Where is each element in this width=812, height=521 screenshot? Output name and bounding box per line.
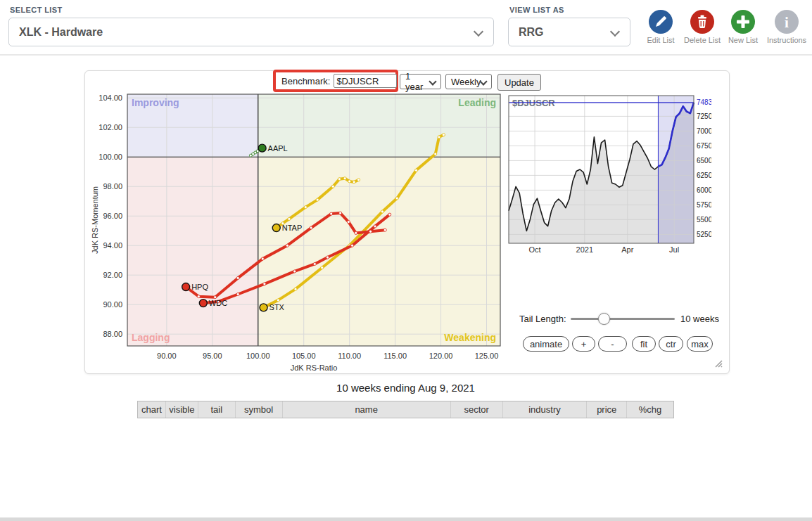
delete-list-button[interactable]: Delete List	[680, 10, 725, 44]
select-list-dropdown[interactable]: XLK - Hardware	[8, 18, 494, 46]
rrg-label-HPQ: HPQ	[191, 283, 208, 291]
resize-handle[interactable]	[713, 359, 723, 368]
svg-text:2021: 2021	[576, 245, 593, 254]
column-header-industry: industry	[503, 401, 588, 418]
svg-text:5250: 5250	[697, 231, 711, 238]
svg-text:6750: 6750	[697, 142, 711, 150]
rrg-dot-NTAP[interactable]	[272, 224, 280, 232]
column-header-visible: visible	[166, 401, 198, 418]
rrg-app: SELECT LIST XLK - Hardware VIEW LIST AS …	[0, 0, 812, 521]
svg-text:90.00: 90.00	[103, 300, 122, 309]
benchmark-label: Benchmark:	[281, 76, 330, 86]
instructions-label: Instructions	[764, 36, 809, 44]
rrg-dot-WDC[interactable]	[199, 300, 207, 307]
svg-text:JdK RS-Ratio: JdK RS-Ratio	[291, 364, 338, 372]
svg-text:120.00: 120.00	[429, 352, 453, 360]
svg-text:92.00: 92.00	[103, 271, 122, 279]
instructions-button[interactable]: i Instructions	[764, 10, 809, 44]
plus-button[interactable]: +	[572, 336, 595, 352]
tail-length-slider-handle[interactable]	[598, 313, 610, 325]
svg-text:125.00: 125.00	[475, 352, 499, 360]
period-dropdown[interactable]: 1 year	[400, 74, 441, 89]
frequency-value: Weekly	[451, 77, 481, 87]
frequency-dropdown[interactable]: Weekly	[445, 74, 492, 89]
column-header-symbol: symbol	[236, 401, 283, 418]
view-list-as-label: VIEW LIST AS	[509, 6, 564, 14]
trash-icon	[690, 10, 714, 34]
svg-text:6250: 6250	[697, 172, 711, 179]
svg-text:Oct: Oct	[529, 245, 541, 254]
update-button[interactable]: Update	[497, 74, 541, 91]
info-icon: i	[775, 10, 799, 34]
svg-text:6000: 6000	[697, 186, 711, 194]
svg-text:98.00: 98.00	[103, 182, 122, 191]
column-header-chart: chart	[138, 401, 166, 418]
rrg-chart: 90.0095.00100.00105.00110.00115.00120.00…	[89, 91, 511, 373]
benchmark-input[interactable]	[334, 74, 397, 88]
svg-text:95.00: 95.00	[203, 352, 222, 360]
svg-text:JdK RS-Momentum: JdK RS-Momentum	[91, 186, 99, 254]
svg-text:100.00: 100.00	[99, 153, 122, 161]
header-divider	[0, 54, 812, 56]
tail-length-value: 10 weeks	[680, 314, 719, 324]
rrg-label-STX: STX	[269, 303, 285, 311]
svg-text:102.00: 102.00	[99, 123, 122, 131]
minus-button[interactable]: -	[598, 336, 627, 352]
svg-text:Apr: Apr	[621, 245, 633, 254]
rrg-label-WDC: WDC	[209, 299, 227, 307]
rrg-dot-HPQ[interactable]	[182, 283, 190, 291]
benchmark-mini-chart: 525055005750600062506500675070007250Oct2…	[506, 94, 711, 254]
svg-text:100.00: 100.00	[246, 352, 270, 360]
tail-length-label: Tail Length:	[519, 314, 566, 324]
svg-text:90.00: 90.00	[157, 352, 177, 360]
chevron-down-icon	[474, 27, 483, 37]
period-value: 1 year	[405, 71, 426, 92]
rrg-label-AAPL: AAPL	[268, 144, 288, 153]
svg-text:110.00: 110.00	[338, 352, 361, 360]
table-caption: 10 weeks ending Aug 9, 2021	[137, 382, 674, 394]
edit-list-label: Edit List	[638, 36, 683, 44]
svg-text:5750: 5750	[697, 201, 711, 209]
column-header-price: price	[587, 401, 627, 418]
svg-text:Lagging: Lagging	[132, 332, 170, 343]
svg-text:105.00: 105.00	[292, 352, 316, 360]
page-bottom-bar	[0, 517, 812, 521]
svg-text:i: i	[785, 14, 789, 31]
svg-text:96.00: 96.00	[103, 212, 122, 220]
chevron-down-icon	[429, 77, 436, 85]
benchmark-highlight-box: Benchmark:	[273, 70, 398, 92]
svg-text:Jul: Jul	[669, 245, 679, 254]
svg-text:5500: 5500	[697, 216, 711, 224]
symbols-table: chartvisibletailsymbolnamesectorindustry…	[137, 401, 674, 418]
svg-text:Leading: Leading	[458, 97, 496, 108]
svg-text:94.00: 94.00	[103, 241, 122, 250]
max-button[interactable]: max	[687, 336, 713, 352]
svg-text:115.00: 115.00	[383, 352, 407, 360]
plus-icon	[731, 10, 755, 34]
svg-text:7000: 7000	[697, 127, 711, 135]
svg-text:88.00: 88.00	[103, 330, 122, 338]
rrg-dot-STX[interactable]	[260, 304, 267, 311]
mini-chart-last-value: 7483.54	[697, 98, 711, 106]
svg-text:Weakening: Weakening	[444, 332, 496, 343]
edit-list-button[interactable]: Edit List	[638, 10, 683, 44]
svg-text:6500: 6500	[697, 157, 711, 165]
rrg-dot-AAPL[interactable]	[258, 144, 266, 152]
new-list-label: New List	[721, 36, 766, 44]
column-header-name: name	[283, 401, 451, 418]
rrg-label-NTAP: NTAP	[282, 224, 303, 232]
table-header-row: chartvisibletailsymbolnamesectorindustry…	[138, 401, 673, 418]
new-list-button[interactable]: New List	[721, 10, 766, 44]
animate-button[interactable]: animate	[523, 336, 569, 352]
ctr-button[interactable]: ctr	[659, 336, 683, 352]
chevron-down-icon	[610, 27, 620, 37]
tail-length-slider-track[interactable]	[571, 318, 675, 320]
column-header-sector: sector	[451, 401, 503, 418]
mini-chart-title: $DJUSCR	[512, 98, 555, 108]
pencil-icon	[649, 10, 673, 34]
fit-button[interactable]: fit	[632, 336, 656, 352]
view-list-as-dropdown[interactable]: RRG	[508, 18, 630, 46]
rrg-panel: Benchmark: 1 year Weekly Update 90.0095.…	[84, 70, 730, 374]
svg-text:104.00: 104.00	[99, 94, 122, 102]
delete-list-label: Delete List	[680, 36, 725, 44]
